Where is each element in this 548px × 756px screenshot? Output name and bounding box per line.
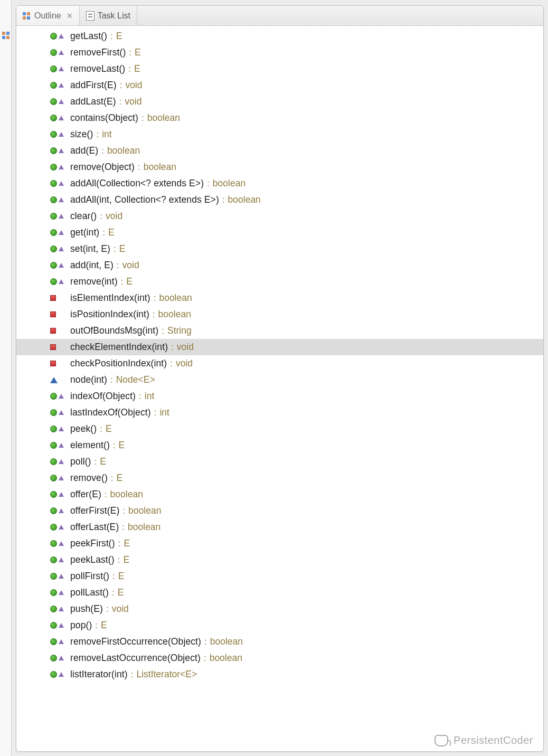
outline-item[interactable]: get(int) : E [16, 224, 543, 241]
outline-item[interactable]: outOfBoundsMsg(int) : String [16, 323, 543, 339]
outline-item[interactable]: node(int) : Node<E> [16, 372, 543, 388]
return-type: boolean [210, 653, 242, 664]
return-type: void [122, 260, 139, 271]
outline-item[interactable]: add(E) : boolean [16, 143, 543, 159]
outline-item[interactable]: contains(Object) : boolean [16, 110, 543, 126]
return-type: E [118, 587, 124, 598]
outline-item[interactable]: pollLast() : E [16, 584, 543, 601]
public-method-icon [50, 475, 57, 481]
private-method-icon [50, 311, 56, 317]
override-indicator-icon [59, 607, 64, 611]
private-method-icon [50, 328, 56, 334]
tasklist-icon [86, 11, 95, 21]
outline-item[interactable]: peekLast() : E [16, 552, 543, 568]
return-type: boolean [158, 309, 191, 320]
tab-outline[interactable]: Outline ✕ [16, 6, 80, 25]
outline-item[interactable]: removeFirst() : E [16, 44, 543, 61]
return-type: E [119, 440, 125, 451]
outline-item[interactable]: addAll(int, Collection<? extends E>) : b… [16, 192, 543, 208]
return-type: void [112, 603, 129, 615]
return-type: boolean [110, 489, 143, 500]
return-type: E [106, 423, 112, 434]
outline-item[interactable]: offerLast(E) : boolean [16, 519, 543, 535]
return-separator: : [169, 358, 174, 369]
outline-item[interactable]: clear() : void [16, 208, 543, 224]
public-method-icon [50, 131, 57, 138]
outline-item[interactable]: lastIndexOf(Object) : int [16, 404, 543, 421]
outline-item[interactable]: indexOf(Object) : int [16, 388, 543, 404]
outline-item[interactable]: size() : int [16, 126, 543, 143]
override-indicator-icon [59, 50, 64, 55]
outline-item[interactable]: remove(int) : E [16, 273, 543, 290]
outline-item[interactable]: isPositionIndex(int) : boolean [16, 306, 543, 323]
method-signature: remove() [70, 472, 108, 484]
visibility-icon [50, 180, 68, 187]
outline-item[interactable]: poll() : E [16, 453, 543, 470]
override-indicator-icon [59, 541, 64, 546]
public-method-icon [50, 655, 57, 662]
visibility-icon [50, 671, 68, 678]
method-signature: isPositionIndex(int) [70, 309, 149, 320]
override-indicator-icon [59, 99, 64, 104]
public-method-icon [50, 442, 57, 449]
outline-item[interactable]: push(E) : void [16, 601, 543, 617]
outline-item[interactable]: checkPositionIndex(int) : void [16, 355, 543, 372]
public-method-icon [50, 573, 57, 580]
outline-item[interactable]: getLast() : E [16, 28, 543, 44]
public-method-icon [50, 229, 57, 236]
vertical-toolbar[interactable] [0, 0, 12, 756]
return-separator: : [121, 506, 126, 516]
override-indicator-icon [59, 263, 64, 268]
visibility-icon [50, 65, 68, 72]
toolbar-icon[interactable] [2, 32, 10, 39]
method-signature: get(int) [70, 227, 99, 238]
outline-item[interactable]: offer(E) : boolean [16, 486, 543, 503]
override-indicator-icon [59, 34, 64, 39]
outline-tree[interactable]: getLast() : EremoveFirst() : EremoveLast… [16, 26, 543, 751]
public-method-icon [50, 638, 57, 645]
outline-item[interactable]: offerFirst(E) : boolean [16, 503, 543, 519]
outline-item[interactable]: removeFirstOccurrence(Object) : boolean [16, 634, 543, 650]
outline-item[interactable]: remove() : E [16, 470, 543, 486]
visibility-icon [50, 245, 68, 252]
tab-tasklist[interactable]: Task List [80, 6, 137, 25]
outline-item[interactable]: isElementIndex(int) : boolean [16, 290, 543, 306]
visibility-icon [50, 328, 68, 334]
visibility-icon [50, 589, 68, 596]
return-separator: : [112, 244, 117, 254]
outline-item[interactable]: removeLast() : E [16, 61, 543, 77]
method-signature: addAll(int, Collection<? extends E>) [70, 194, 219, 205]
public-method-icon [50, 65, 57, 72]
return-separator: : [137, 162, 141, 173]
return-type: void [176, 358, 193, 369]
method-signature: outOfBoundsMsg(int) [70, 325, 158, 336]
override-indicator-icon [59, 247, 64, 251]
outline-item[interactable]: set(int, E) : E [16, 241, 543, 257]
method-signature: contains(Object) [70, 112, 138, 124]
outline-item[interactable]: peekFirst() : E [16, 535, 543, 552]
outline-item[interactable]: addFirst(E) : void [16, 77, 543, 93]
outline-item[interactable]: listIterator(int) : ListIterator<E> [16, 666, 543, 683]
outline-item[interactable]: pollFirst() : E [16, 568, 543, 584]
close-icon[interactable]: ✕ [64, 12, 73, 20]
outline-item[interactable]: addLast(E) : void [16, 93, 543, 110]
return-separator: : [203, 637, 208, 647]
visibility-icon [50, 147, 68, 154]
outline-item[interactable]: element() : E [16, 437, 543, 453]
svg-rect-1 [6, 32, 10, 35]
outline-item[interactable]: peek() : E [16, 421, 543, 437]
outline-item[interactable]: addAll(Collection<? extends E>) : boolea… [16, 175, 543, 192]
return-separator: : [153, 408, 158, 418]
return-separator: : [119, 80, 124, 91]
override-indicator-icon [59, 181, 64, 186]
return-type: E [124, 538, 130, 549]
visibility-icon [50, 131, 68, 138]
method-signature: addLast(E) [70, 96, 116, 107]
outline-item[interactable]: pop() : E [16, 617, 543, 634]
override-indicator-icon [59, 230, 64, 235]
return-separator: : [105, 604, 110, 615]
outline-item[interactable]: removeLastOccurrence(Object) : boolean [16, 650, 543, 666]
outline-item[interactable]: checkElementIndex(int) : void [16, 339, 543, 355]
outline-item[interactable]: add(int, E) : void [16, 257, 543, 273]
outline-item[interactable]: remove(Object) : boolean [16, 159, 543, 175]
